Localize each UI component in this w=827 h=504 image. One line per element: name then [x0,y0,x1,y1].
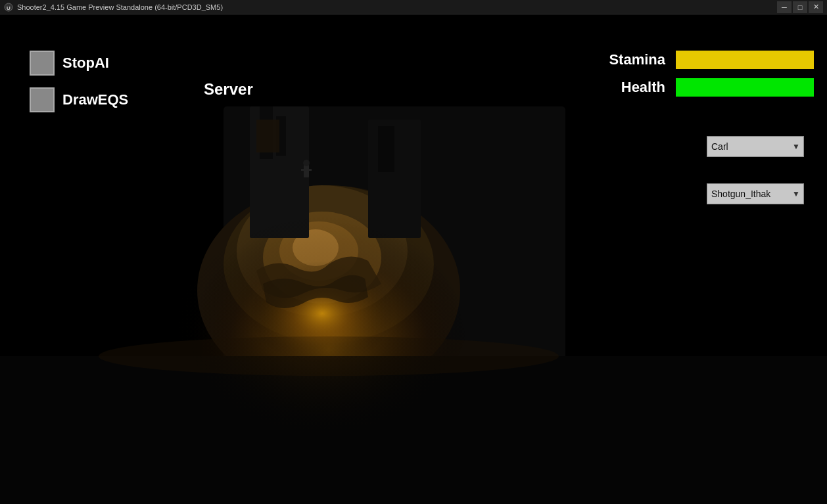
unreal-engine-icon: U [4,3,13,12]
weapon-select-wrapper[interactable]: Shotgun_Ithak Rifle Pistol ▼ [707,183,804,204]
stamina-label: Stamina [593,51,665,68]
title-bar: U Shooter2_4.15 Game Preview Standalone … [0,0,827,14]
stopai-row: StopAI [30,51,128,76]
draweqs-checkbox[interactable] [30,87,55,112]
character-select[interactable]: Carl Bob Alice [707,136,804,157]
character-select-wrapper[interactable]: Carl Bob Alice ▼ [707,136,804,157]
draweqs-label: DrawEQS [62,91,128,108]
minimize-button[interactable]: ─ [777,1,792,13]
stamina-row: Stamina [593,51,814,69]
health-row: Health [593,78,814,97]
stopai-label: StopAI [62,55,109,72]
controls-panel: StopAI DrawEQS [30,51,128,112]
health-label: Health [593,79,665,96]
title-bar-left: U Shooter2_4.15 Game Preview Standalone … [4,3,223,12]
stamina-bar [676,51,814,69]
close-button[interactable]: ✕ [809,1,823,13]
draweqs-row: DrawEQS [30,87,128,112]
stopai-checkbox[interactable] [30,51,55,76]
stamina-bar-container [676,51,814,69]
svg-rect-14 [256,120,279,152]
game-viewport: StopAI DrawEQS Server Stamina Health [0,14,827,504]
health-bar [676,78,814,97]
svg-text:U: U [7,5,11,11]
health-bar-container [676,78,814,97]
dropdowns-panel: Carl Bob Alice ▼ Shotgun_Ithak Rifle Pis… [707,136,804,204]
window-controls: ─ □ ✕ [777,1,823,13]
window-title: Shooter2_4.15 Game Preview Standalone (6… [17,3,223,11]
stats-panel: Stamina Health [593,51,814,97]
maximize-button[interactable]: □ [793,1,807,13]
weapon-select[interactable]: Shotgun_Ithak Rifle Pistol [707,183,804,204]
